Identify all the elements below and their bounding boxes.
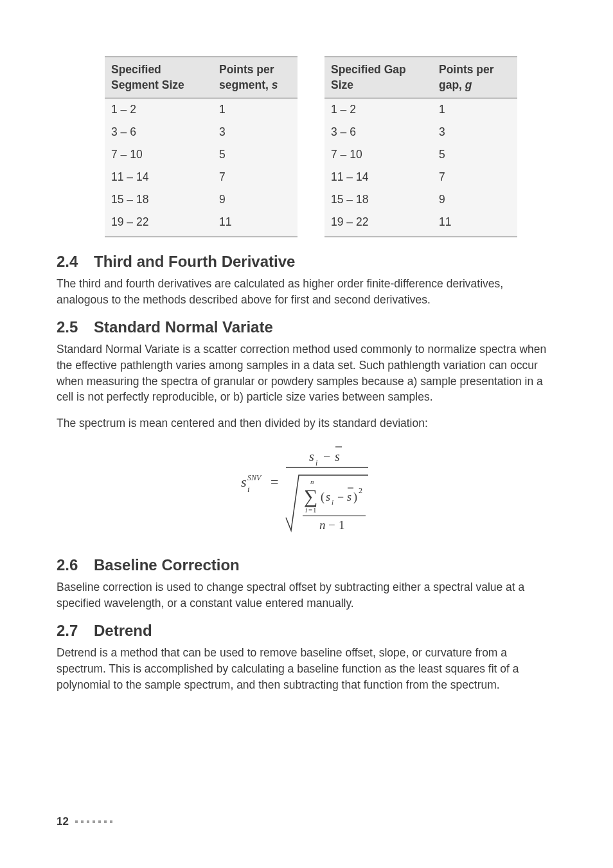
svg-text:i: i [247, 484, 250, 494]
col-header-points-per-gap: Points per gap, g [432, 57, 517, 98]
table-header-row: Specified Segment Size Points per segmen… [105, 57, 298, 98]
table-row: 1 – 21 [324, 98, 517, 122]
svg-text:=: = [271, 474, 278, 490]
gap-size-table: Specified Gap Size Points per gap, g 1 –… [324, 57, 517, 237]
svg-text:i: i [315, 458, 317, 467]
tables-container: Specified Segment Size Points per segmen… [105, 57, 556, 237]
svg-text:−: − [337, 491, 344, 503]
table-row: 15 – 189 [324, 188, 517, 211]
footer-dots-icon [75, 820, 112, 823]
section-2-4-heading: 2.4Third and Fourth Derivative [57, 253, 556, 271]
svg-text:=: = [308, 506, 312, 514]
svg-text:−: − [328, 518, 335, 532]
svg-text:s: s [326, 491, 330, 503]
svg-text:s: s [335, 449, 340, 464]
table-row: 11 – 147 [105, 166, 298, 188]
svg-text:(: ( [321, 491, 324, 504]
svg-text:s: s [241, 474, 247, 490]
svg-text:1: 1 [313, 506, 317, 514]
svg-text:−: − [323, 449, 330, 464]
section-2-7-body: Detrend is a method that can be used to … [57, 645, 556, 693]
svg-text:n: n [310, 478, 314, 485]
page-footer: 12 [57, 815, 112, 828]
col-header-gap-size: Specified Gap Size [324, 57, 432, 98]
svg-text:1: 1 [339, 518, 345, 532]
col-header-points-per-segment: Points per segment, s [213, 57, 298, 98]
svg-text:SNV: SNV [247, 473, 262, 482]
svg-text:i: i [332, 498, 333, 506]
section-2-5-heading: 2.5Standard Normal Variate [57, 318, 556, 336]
table-row: 7 – 105 [105, 143, 298, 166]
section-2-5-body-1: Standard Normal Variate is a scatter cor… [57, 341, 556, 405]
table-row: 7 – 105 [324, 143, 517, 166]
table-header-row: Specified Gap Size Points per gap, g [324, 57, 517, 98]
table-row: 3 – 63 [324, 121, 517, 143]
table-row: 1 – 21 [105, 98, 298, 122]
section-2-6-body: Baseline correction is used to change sp… [57, 579, 556, 611]
snv-equation: s i SNV = s i − s ∑ n i = [57, 442, 556, 541]
svg-text:∑: ∑ [304, 485, 317, 507]
table-row: 11 – 147 [324, 166, 517, 188]
svg-text:2: 2 [359, 486, 362, 495]
svg-text:s: s [347, 491, 351, 503]
table-row: 3 – 63 [105, 121, 298, 143]
section-2-6-heading: 2.6Baseline Correction [57, 556, 556, 574]
table-row: 19 – 2211 [324, 211, 517, 237]
svg-text:n: n [319, 518, 326, 532]
svg-text:i: i [305, 506, 307, 514]
section-2-5-body-2: The spectrum is mean centered and then d… [57, 415, 556, 431]
section-2-7-heading: 2.7Detrend [57, 622, 556, 640]
page-number: 12 [57, 815, 69, 828]
svg-text:): ) [353, 491, 357, 504]
table-row: 15 – 189 [105, 188, 298, 211]
segment-size-table: Specified Segment Size Points per segmen… [105, 57, 298, 237]
section-2-4-body: The third and fourth derivatives are cal… [57, 276, 556, 308]
col-header-segment-size: Specified Segment Size [105, 57, 213, 98]
table-row: 19 – 2211 [105, 211, 298, 237]
svg-text:s: s [309, 449, 314, 464]
